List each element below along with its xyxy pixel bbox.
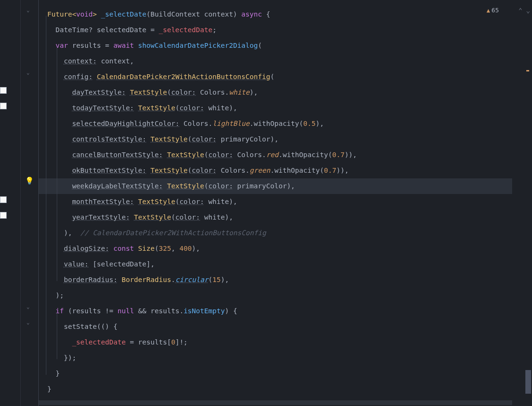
code-line[interactable]: monthTextStyle: TextStyle(color: white), (47, 194, 512, 210)
code-content[interactable]: Future<void> _selectDate(BuildContext co… (39, 0, 512, 406)
scrollbar-thumb[interactable] (525, 370, 531, 394)
code-line[interactable]: controlsTextStyle: TextStyle(color: prim… (47, 132, 512, 147)
code-line[interactable]: dialogSize: const Size(325, 400), (47, 241, 512, 256)
lightbulb-icon[interactable]: 💡 (25, 177, 34, 185)
code-line[interactable]: config: CalendarDatePicker2WithActionBut… (47, 69, 512, 85)
code-line[interactable]: selectedDayHighlightColor: Colors.lightB… (47, 116, 512, 132)
code-line[interactable]: ); (47, 288, 512, 303)
indent-guide (57, 47, 57, 281)
horizontal-scrollbar[interactable] (39, 400, 512, 405)
breakpoint-marker[interactable] (0, 103, 7, 109)
code-line[interactable]: _selectedDate = results[0]!; (47, 335, 512, 350)
fold-chevron-icon[interactable]: ⌄ (26, 7, 30, 13)
code-line[interactable]: var results = await showCalendarDatePick… (47, 38, 512, 53)
code-line[interactable]: dayTextStyle: TextStyle(color: Colors.wh… (47, 85, 512, 100)
breakpoint-gutter[interactable] (0, 0, 21, 406)
prev-issue-icon[interactable]: ⌃ (518, 7, 522, 14)
code-line[interactable]: if (results != null && results.isNotEmpt… (47, 303, 512, 319)
code-line[interactable]: } (47, 381, 512, 397)
code-line[interactable]: cancelButtonTextStyle: TextStyle(color: … (47, 147, 512, 163)
code-line[interactable]: } (47, 366, 512, 381)
indent-guide (57, 312, 57, 359)
fold-chevron-icon[interactable]: ⌄ (26, 319, 30, 326)
code-line[interactable]: borderRadius: BorderRadius.circular(15), (47, 272, 512, 288)
warning-count-badge[interactable]: ▲ 65 (487, 7, 499, 14)
code-line[interactable]: }); (47, 350, 512, 366)
code-line[interactable]: ), // CalendarDatePicker2WithActionButto… (47, 225, 512, 241)
breakpoint-marker[interactable] (0, 196, 7, 203)
code-line[interactable]: yearTextStyle: TextStyle(color: white), (47, 210, 512, 225)
code-line-active[interactable]: weekdayLabelTextStyle: TextStyle(color: … (39, 178, 512, 194)
fold-chevron-icon[interactable]: ⌄ (26, 70, 30, 76)
fold-gutter[interactable]: ⌄ ⌄ ⌄ ⌄ (21, 0, 39, 406)
code-line[interactable]: DateTime? selectedDate = _selectedDate; (47, 22, 512, 38)
warning-icon: ▲ (487, 7, 490, 14)
code-line[interactable]: value: [selectedDate], (47, 256, 512, 272)
code-line[interactable]: todayTextStyle: TextStyle(color: white), (47, 100, 512, 116)
code-line[interactable]: setState(() { (47, 319, 512, 335)
indent-guide (46, 16, 46, 375)
vertical-scrollbar[interactable] (524, 0, 531, 406)
warning-count-text: 65 (491, 7, 499, 14)
right-panel: ⌃ ⌄ (512, 0, 532, 406)
code-line[interactable]: context: context, (47, 53, 512, 69)
code-line[interactable]: Future<void> _selectDate(BuildContext co… (47, 7, 512, 22)
minimap-warning-mark (526, 70, 529, 71)
fold-chevron-icon[interactable]: ⌄ (26, 304, 30, 310)
breakpoint-marker[interactable] (0, 212, 7, 219)
code-line[interactable]: okButtonTextStyle: TextStyle(color: Colo… (47, 163, 512, 178)
code-editor: ⌄ ⌄ ⌄ ⌄ 💡 Future<void> _selectDate(Build… (0, 0, 532, 406)
breakpoint-marker[interactable] (0, 87, 7, 94)
